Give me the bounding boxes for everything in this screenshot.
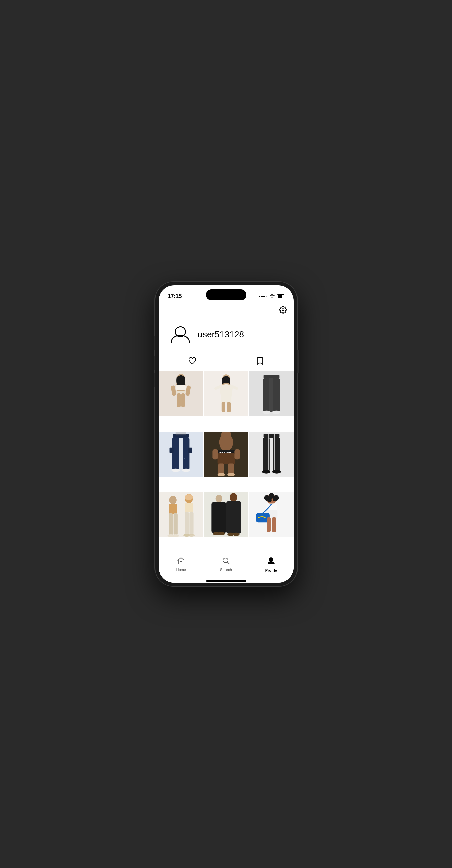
svg-line-93 [228, 562, 230, 564]
svg-point-84 [267, 498, 271, 502]
svg-point-85 [273, 498, 276, 501]
svg-rect-72 [211, 502, 227, 533]
svg-rect-41 [217, 453, 235, 464]
svg-rect-58 [169, 504, 177, 514]
status-icons [259, 294, 284, 299]
svg-point-71 [215, 495, 222, 502]
svg-point-94 [269, 557, 273, 562]
svg-rect-23 [269, 378, 273, 412]
product-item-6[interactable] [249, 432, 294, 477]
svg-text:✓: ✓ [183, 457, 186, 460]
search-icon [222, 557, 230, 566]
svg-point-67 [172, 534, 179, 537]
svg-point-92 [223, 558, 228, 563]
svg-rect-63 [185, 503, 193, 512]
svg-rect-48 [249, 432, 294, 477]
svg-rect-22 [272, 378, 280, 412]
svg-point-54 [262, 470, 270, 473]
svg-point-78 [233, 533, 239, 536]
svg-rect-53 [274, 434, 275, 473]
svg-rect-64 [185, 512, 189, 535]
svg-rect-31 [188, 447, 192, 453]
tab-likes[interactable] [159, 353, 226, 371]
svg-rect-30 [169, 447, 173, 453]
user-avatar [169, 323, 192, 346]
nav-home[interactable]: Home [159, 556, 204, 574]
phone-screen: 17:15 [159, 285, 294, 583]
svg-rect-52 [268, 434, 269, 473]
svg-rect-5 [176, 385, 185, 390]
svg-rect-59 [169, 513, 173, 535]
svg-point-73 [230, 493, 237, 501]
svg-point-62 [185, 494, 193, 500]
svg-rect-7 [177, 393, 180, 407]
product-item-8[interactable] [204, 492, 248, 537]
product-item-9[interactable] [249, 492, 294, 537]
heart-icon [188, 357, 196, 367]
home-indicator [159, 581, 294, 583]
battery-icon [277, 294, 284, 298]
svg-rect-26 [159, 432, 203, 477]
svg-rect-29 [183, 437, 189, 470]
svg-point-44 [217, 473, 225, 476]
svg-point-33 [171, 468, 180, 472]
svg-rect-21 [263, 378, 270, 412]
home-bar [206, 580, 246, 582]
svg-point-45 [227, 473, 235, 476]
svg-point-55 [272, 470, 281, 473]
svg-point-76 [218, 532, 225, 535]
product-item-1[interactable] [159, 371, 203, 416]
settings-button[interactable] [279, 306, 287, 316]
svg-rect-47 [234, 449, 240, 459]
svg-rect-35 [175, 432, 186, 435]
user-section: user513128 [159, 319, 294, 353]
profile-icon [267, 557, 275, 567]
app-content: user513128 [159, 302, 294, 583]
svg-rect-49 [263, 434, 279, 438]
username-label: user513128 [198, 329, 244, 340]
bottom-nav: Home Search [159, 553, 294, 581]
svg-point-57 [169, 496, 176, 504]
phone-frame: 17:15 [155, 282, 297, 586]
app-header [159, 302, 294, 319]
svg-rect-65 [189, 512, 193, 535]
svg-rect-56 [159, 492, 203, 537]
svg-rect-8 [181, 393, 185, 407]
svg-rect-15 [221, 402, 225, 412]
tabs-container [159, 353, 294, 371]
product-item-2[interactable] [204, 371, 248, 416]
product-item-5[interactable]: NIKE PRO [204, 432, 248, 477]
product-item-3[interactable] [249, 371, 294, 416]
nav-search-label: Search [220, 568, 232, 572]
product-item-4[interactable]: ✓ [159, 432, 203, 477]
nav-profile-label: Profile [265, 568, 277, 572]
product-grid: ✓ [159, 371, 294, 553]
svg-rect-60 [173, 513, 177, 535]
svg-point-24 [262, 411, 270, 414]
svg-rect-28 [172, 437, 179, 470]
svg-point-69 [188, 534, 195, 537]
svg-rect-89 [267, 517, 270, 532]
svg-rect-91 [180, 562, 182, 564]
status-time: 17:15 [168, 293, 182, 299]
nav-search[interactable]: Search [204, 556, 248, 574]
dynamic-island [206, 289, 246, 300]
svg-rect-74 [226, 501, 241, 534]
svg-rect-6 [175, 391, 186, 393]
product-item-7[interactable] [159, 492, 203, 537]
home-icon [177, 557, 185, 566]
tab-saves[interactable] [226, 353, 294, 371]
svg-rect-46 [212, 449, 218, 459]
svg-rect-14 [221, 396, 231, 403]
svg-rect-90 [272, 517, 276, 532]
svg-rect-16 [227, 402, 231, 412]
nav-profile[interactable]: Profile [248, 556, 293, 574]
signal-icon [259, 296, 267, 297]
svg-point-34 [182, 468, 190, 472]
status-bar: 17:15 [159, 285, 294, 302]
nav-home-label: Home [176, 568, 186, 572]
svg-point-25 [272, 411, 280, 414]
svg-point-0 [282, 309, 284, 311]
wifi-icon [269, 294, 275, 299]
bookmark-icon [257, 357, 263, 367]
